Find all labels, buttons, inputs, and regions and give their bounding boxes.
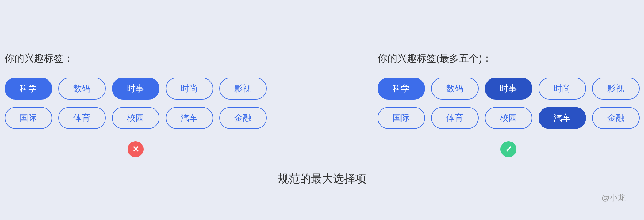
right-indicator-row: ✓ (378, 141, 640, 157)
left-tag-1[interactable]: 数码 (58, 78, 106, 100)
left-tag-9[interactable]: 金融 (219, 107, 267, 129)
success-indicator: ✓ (500, 141, 516, 157)
left-tag-5[interactable]: 国际 (5, 107, 52, 129)
right-tag-2[interactable]: 时事 (485, 78, 532, 100)
right-tag-1[interactable]: 数码 (431, 78, 479, 100)
divider (322, 52, 322, 168)
left-panel: 你的兴趣标签： 科学 数码 时事 时尚 影视 国际 体育 校园 汽车 金融 ✕ (5, 52, 267, 157)
success-icon: ✓ (505, 144, 512, 154)
watermark: @小龙 (602, 192, 626, 203)
left-tag-3[interactable]: 时尚 (166, 78, 213, 100)
left-tag-2[interactable]: 时事 (112, 78, 159, 100)
error-icon: ✕ (132, 144, 139, 154)
left-panel-title: 你的兴趣标签： (5, 52, 73, 65)
left-tag-6[interactable]: 体育 (58, 107, 106, 129)
bottom-title: 规范的最大选择项 (278, 171, 366, 186)
left-tags-grid: 科学 数码 时事 时尚 影视 国际 体育 校园 汽车 金融 (5, 78, 267, 129)
right-tag-8[interactable]: 汽车 (539, 107, 586, 129)
right-panel-title: 你的兴趣标签(最多五个)： (378, 52, 492, 65)
right-tag-4[interactable]: 影视 (592, 78, 640, 100)
left-tag-7[interactable]: 校园 (112, 107, 159, 129)
main-container: 你的兴趣标签： 科学 数码 时事 时尚 影视 国际 体育 校园 汽车 金融 ✕ … (0, 33, 644, 187)
right-tag-6[interactable]: 体育 (431, 107, 479, 129)
right-tag-9[interactable]: 金融 (592, 107, 640, 129)
right-tag-0[interactable]: 科学 (378, 78, 425, 100)
left-tag-0[interactable]: 科学 (5, 78, 52, 100)
right-tag-7[interactable]: 校园 (485, 107, 532, 129)
right-tag-3[interactable]: 时尚 (539, 78, 586, 100)
left-tag-4[interactable]: 影视 (219, 78, 267, 100)
right-tags-grid: 科学 数码 时事 时尚 影视 国际 体育 校园 汽车 金融 (378, 78, 640, 129)
left-indicator-row: ✕ (5, 141, 267, 157)
error-indicator: ✕ (128, 141, 144, 157)
right-tag-5[interactable]: 国际 (378, 107, 425, 129)
left-tag-8[interactable]: 汽车 (166, 107, 213, 129)
right-panel: 你的兴趣标签(最多五个)： 科学 数码 时事 时尚 影视 国际 体育 校园 汽车… (378, 52, 640, 157)
